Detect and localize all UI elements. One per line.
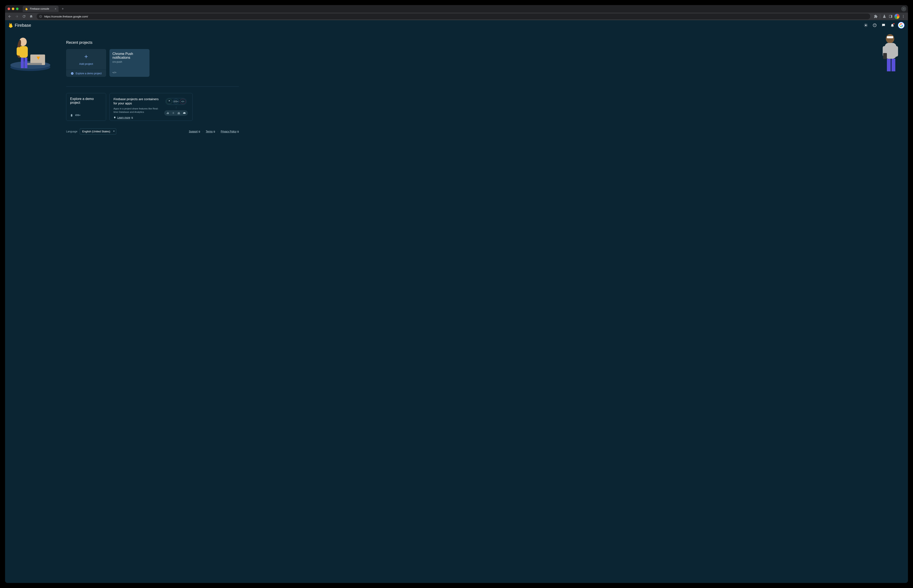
analytics-icon (166, 111, 169, 115)
close-tab-button[interactable]: × (55, 7, 57, 11)
reload-icon (22, 15, 26, 18)
svg-point-38 (173, 113, 174, 113)
explore-demo-link[interactable]: Explore a demo project (66, 69, 106, 77)
ios-pill-icon: iOS+ (173, 99, 179, 104)
svg-rect-33 (883, 53, 887, 59)
svg-point-8 (865, 24, 867, 26)
project-cards-row: + Add project Explore a demo project Chr… (66, 49, 239, 77)
svg-rect-22 (25, 63, 42, 65)
external-link-icon: ⧉ (214, 130, 215, 133)
tabs-dropdown-button[interactable] (901, 6, 906, 11)
svg-rect-35 (892, 59, 895, 71)
browser-window: Firebase console × + https://console.fir… (5, 5, 908, 583)
help-button[interactable]: ? (871, 22, 878, 29)
main-content: Recent projects + Add project Explore a … (66, 30, 239, 143)
svg-rect-29 (887, 36, 893, 38)
terms-link[interactable]: Terms⧉ (206, 130, 215, 133)
toolbar-divider (880, 14, 880, 19)
cloud-icon (183, 111, 186, 115)
external-link-icon: ⧉ (199, 130, 200, 133)
android-icon (70, 114, 73, 117)
console-footer: Language English (United States) Support… (66, 128, 239, 143)
support-link[interactable]: Support⧉ (189, 130, 200, 133)
new-tab-button[interactable]: + (60, 6, 65, 11)
container-card-title: Firebase projects are containers for you… (113, 97, 159, 105)
arrow-left-icon (8, 15, 11, 18)
svg-line-16 (867, 24, 867, 24)
google-avatar-icon (898, 22, 905, 29)
svg-line-15 (864, 26, 865, 26)
svg-rect-4 (891, 15, 892, 18)
profile-avatar-icon (894, 14, 900, 19)
window-controls (8, 8, 19, 10)
address-bar[interactable]: https://console.firebase.google.com/ (37, 13, 870, 19)
close-window-button[interactable] (8, 8, 10, 10)
firebase-flame-icon (8, 22, 13, 28)
chat-icon (881, 23, 885, 27)
privacy-link[interactable]: Privacy Policy⧉ (221, 130, 239, 133)
project-card[interactable]: Chrome Push notifications crx-push </> (110, 49, 149, 77)
firebase-appbar: Firebase ? (5, 20, 908, 30)
add-project-label: Add project (79, 62, 93, 65)
notifications-button[interactable] (889, 22, 896, 29)
forward-button[interactable] (14, 13, 20, 19)
browser-tab[interactable]: Firebase console × (23, 6, 58, 12)
labs-button[interactable] (881, 13, 887, 19)
containers-info-card: Firebase projects are containers for you… (110, 93, 193, 121)
users-icon (177, 111, 180, 115)
project-name: Chrome Push notifications (112, 52, 147, 60)
profile-button[interactable] (894, 13, 900, 19)
google-account-button[interactable] (898, 22, 905, 29)
minimize-window-button[interactable] (12, 8, 14, 10)
firebase-console: Firebase ? (5, 20, 908, 583)
theme-toggle-button[interactable] (863, 22, 869, 29)
svg-point-20 (10, 61, 50, 69)
hero-illustration-left (5, 30, 51, 73)
language-select[interactable]: English (United States) (80, 128, 116, 134)
sun-icon (864, 23, 868, 27)
svg-text:</>: </> (112, 71, 116, 74)
recent-projects-heading: Recent projects (66, 40, 239, 45)
svg-point-23 (19, 38, 27, 46)
svg-rect-24 (19, 46, 28, 58)
hero-illustration-right (874, 30, 908, 73)
firebase-logo[interactable]: Firebase (8, 22, 31, 28)
svg-rect-30 (885, 43, 896, 59)
svg-point-7 (903, 17, 904, 18)
tab-title: Firebase console (30, 7, 49, 10)
svg-text:?: ? (874, 24, 875, 26)
svg-point-6 (903, 16, 904, 17)
puzzle-icon (874, 15, 877, 18)
home-button[interactable] (28, 13, 34, 19)
svg-rect-27 (24, 58, 28, 68)
learn-more-link[interactable]: Learn more ⧉ (113, 116, 133, 119)
platforms-diagram: iOS+ </> (163, 97, 189, 117)
svg-point-39 (178, 112, 179, 113)
project-id: crx-push (112, 60, 147, 63)
external-link-icon: ⧉ (237, 130, 239, 133)
svg-point-28 (886, 34, 894, 44)
help-icon: ? (873, 23, 877, 27)
back-button[interactable] (7, 13, 13, 19)
explore-demo-label: Explore a demo project (76, 72, 102, 75)
container-card-desc: Apps in a project share features like Re… (113, 107, 159, 114)
ios-icon: iOS+ (75, 114, 81, 117)
language-label: Language (66, 130, 77, 133)
svg-point-5 (903, 15, 904, 16)
home-icon (29, 15, 33, 18)
url-text: https://console.firebase.google.com/ (44, 15, 88, 18)
side-panel-button[interactable] (888, 13, 894, 19)
android-pill-icon (166, 99, 172, 104)
svg-rect-31 (894, 46, 898, 57)
extensions-button[interactable] (873, 13, 879, 19)
reload-button[interactable] (21, 13, 27, 19)
svg-rect-26 (21, 58, 24, 68)
maximize-window-button[interactable] (16, 8, 19, 10)
flask-icon (882, 15, 886, 18)
firebase-favicon-icon (25, 7, 28, 11)
browser-menu-button[interactable] (900, 13, 906, 19)
kebab-icon (902, 15, 905, 18)
explore-demo-card[interactable]: Explore a demo project iOS+ (66, 93, 106, 121)
add-project-card[interactable]: + Add project (66, 49, 106, 69)
whats-new-button[interactable] (880, 22, 887, 29)
